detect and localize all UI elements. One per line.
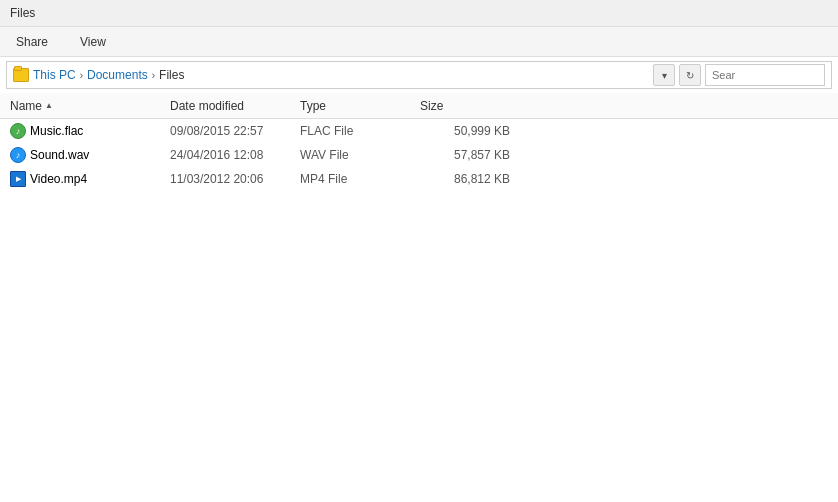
file-list: ♪ Music.flac 09/08/2015 22:57 FLAC File …: [0, 119, 838, 191]
address-bar: This PC › Documents › Files ▾ ↻: [6, 61, 832, 89]
ribbon: Share View: [0, 27, 838, 57]
path-sep-2: ›: [150, 70, 157, 81]
path-this-pc[interactable]: This PC: [33, 68, 76, 82]
file-type: MP4 File: [300, 172, 420, 186]
path-files: Files: [159, 68, 184, 82]
file-type: WAV File: [300, 148, 420, 162]
file-icon: ▶: [10, 171, 26, 187]
file-size: 86,812 KB: [420, 172, 510, 186]
table-row[interactable]: ♪ Sound.wav 24/04/2016 12:08 WAV File 57…: [10, 143, 828, 167]
file-name: Sound.wav: [30, 148, 89, 162]
folder-icon: [13, 68, 29, 82]
col-header-date[interactable]: Date modified: [170, 99, 300, 113]
file-icon: ♪: [10, 123, 26, 139]
path-documents[interactable]: Documents: [87, 68, 148, 82]
sort-arrow-up: ▲: [45, 101, 53, 110]
file-type: FLAC File: [300, 124, 420, 138]
ribbon-tab-share[interactable]: Share: [10, 31, 54, 53]
address-path: This PC › Documents › Files: [33, 68, 649, 82]
file-date: 11/03/2012 20:06: [170, 172, 300, 186]
file-name: Video.mp4: [30, 172, 87, 186]
mp4-icon: ▶: [10, 171, 26, 187]
title-label: Files: [10, 6, 35, 20]
title-bar: Files: [0, 0, 838, 27]
search-input[interactable]: [705, 64, 825, 86]
file-date: 09/08/2015 22:57: [170, 124, 300, 138]
file-name-cell: ♪ Sound.wav: [10, 147, 170, 163]
file-size: 50,999 KB: [420, 124, 510, 138]
file-name-cell: ♪ Music.flac: [10, 123, 170, 139]
dropdown-btn[interactable]: ▾: [653, 64, 675, 86]
file-name-cell: ▶ Video.mp4: [10, 171, 170, 187]
col-header-name[interactable]: Name ▲: [10, 99, 170, 113]
file-date: 24/04/2016 12:08: [170, 148, 300, 162]
file-name: Music.flac: [30, 124, 83, 138]
address-controls: ▾ ↻: [653, 64, 701, 86]
table-row[interactable]: ♪ Music.flac 09/08/2015 22:57 FLAC File …: [10, 119, 828, 143]
file-icon: ♪: [10, 147, 26, 163]
col-header-size[interactable]: Size: [420, 99, 510, 113]
wav-icon: ♪: [10, 147, 26, 163]
col-header-type[interactable]: Type: [300, 99, 420, 113]
refresh-btn[interactable]: ↻: [679, 64, 701, 86]
column-headers: Name ▲ Date modified Type Size: [0, 93, 838, 119]
path-sep-1: ›: [78, 70, 85, 81]
table-row[interactable]: ▶ Video.mp4 11/03/2012 20:06 MP4 File 86…: [10, 167, 828, 191]
flac-icon: ♪: [10, 123, 26, 139]
ribbon-tab-view[interactable]: View: [74, 31, 112, 53]
file-size: 57,857 KB: [420, 148, 510, 162]
